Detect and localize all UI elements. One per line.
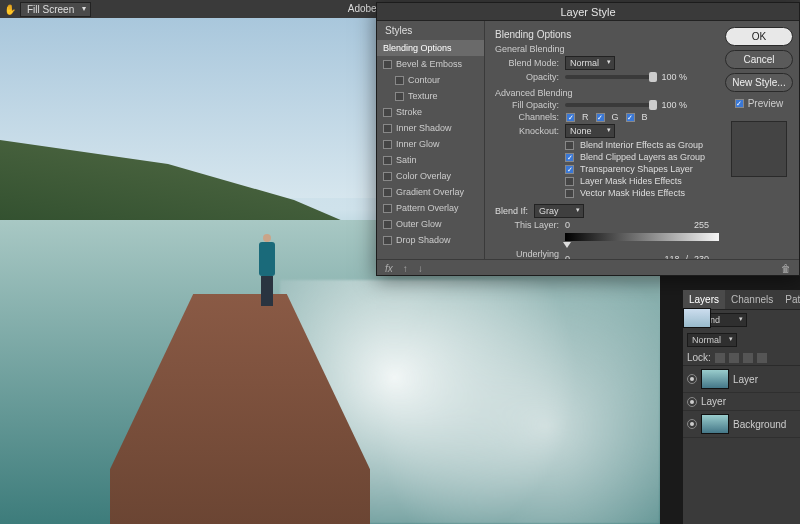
canvas-person	[256, 234, 278, 310]
channels-label: Channels:	[495, 112, 559, 122]
general-blending-header: General Blending	[495, 44, 709, 54]
style-contour[interactable]: Contour	[377, 72, 484, 88]
layer-thumbnail	[701, 369, 729, 389]
lock-all-icon[interactable]	[757, 353, 767, 363]
visibility-icon[interactable]	[687, 397, 697, 407]
style-checkbox[interactable]	[383, 124, 392, 133]
hand-icon: ✋	[4, 4, 16, 15]
this-layer-black: 0	[565, 220, 570, 230]
style-checkbox[interactable]	[395, 92, 404, 101]
blendif-label: Blend If:	[495, 206, 528, 216]
knockout-select[interactable]: None	[565, 124, 615, 138]
blend-mode-select[interactable]: Normal	[565, 56, 615, 70]
dialog-title[interactable]: Layer Style	[377, 3, 799, 21]
fill-opacity-slider[interactable]	[565, 103, 655, 107]
style-checkbox[interactable]	[395, 76, 404, 85]
style-checkbox[interactable]	[383, 108, 392, 117]
preview-label: Preview	[748, 98, 784, 109]
lock-transparency-icon[interactable]	[715, 353, 725, 363]
style-blending-options[interactable]: Blending Options	[377, 40, 484, 56]
arrow-up-icon[interactable]: ↑	[403, 263, 408, 274]
channel-g-checkbox[interactable]	[596, 113, 605, 122]
adv-checkbox[interactable]	[565, 153, 574, 162]
layers-panel: Layers Channels Paths Q Kind Normal Lock…	[682, 290, 800, 524]
style-checkbox[interactable]	[383, 140, 392, 149]
lock-position-icon[interactable]	[743, 353, 753, 363]
underlying-white-high: 230	[694, 254, 709, 259]
underlying-label: Underlying Layer:	[495, 249, 559, 259]
this-layer-white: 255	[694, 220, 709, 230]
ok-button[interactable]: OK	[725, 27, 793, 46]
layer-name[interactable]: Layer	[701, 396, 726, 407]
styles-list: Styles Blending OptionsBevel & EmbossCon…	[377, 21, 485, 259]
this-layer-track[interactable]	[565, 233, 719, 241]
blendif-channel-select[interactable]: Gray	[534, 204, 584, 218]
style-bevel-emboss[interactable]: Bevel & Emboss	[377, 56, 484, 72]
fill-opacity-value[interactable]: 100	[661, 100, 687, 110]
adv-checkbox[interactable]	[565, 165, 574, 174]
lock-pixels-icon[interactable]	[729, 353, 739, 363]
tab-paths[interactable]: Paths	[779, 290, 800, 309]
channel-b-checkbox[interactable]	[626, 113, 635, 122]
style-gradient-overlay[interactable]: Gradient Overlay	[377, 184, 484, 200]
layer-name[interactable]: Layer	[733, 374, 758, 385]
arrow-down-icon[interactable]: ↓	[418, 263, 423, 274]
style-pattern-overlay[interactable]: Pattern Overlay	[377, 200, 484, 216]
layer-mode-select[interactable]: Normal	[687, 333, 737, 347]
section-header: Blending Options	[495, 29, 709, 40]
cancel-button[interactable]: Cancel	[725, 50, 793, 69]
style-checkbox[interactable]	[383, 220, 392, 229]
opacity-label: Opacity:	[495, 72, 559, 82]
fx-icon[interactable]: fx	[385, 263, 393, 274]
layer-thumbnail	[683, 308, 711, 328]
style-checkbox[interactable]	[383, 60, 392, 69]
adv-checkbox[interactable]	[565, 141, 574, 150]
channel-r-checkbox[interactable]	[566, 113, 575, 122]
layer-thumbnail	[701, 414, 729, 434]
style-color-overlay[interactable]: Color Overlay	[377, 168, 484, 184]
preview-checkbox[interactable]	[735, 99, 744, 108]
style-drop-shadow[interactable]: Drop Shadow	[377, 232, 484, 248]
preview-swatch	[731, 121, 787, 177]
blend-mode-label: Blend Mode:	[495, 58, 559, 68]
layer-row[interactable]: Layer	[683, 366, 800, 393]
style-checkbox[interactable]	[383, 172, 392, 181]
this-layer-label: This Layer:	[495, 220, 559, 230]
style-checkbox[interactable]	[383, 236, 392, 245]
style-checkbox[interactable]	[383, 156, 392, 165]
lock-label: Lock:	[687, 352, 711, 363]
style-checkbox[interactable]	[383, 188, 392, 197]
knockout-label: Knockout:	[495, 126, 559, 136]
layer-row[interactable]: Layer	[683, 393, 800, 411]
visibility-icon[interactable]	[687, 374, 697, 384]
adv-checkbox[interactable]	[565, 177, 574, 186]
underlying-white-low: 118	[664, 254, 679, 259]
dialog-footer: fx ↑ ↓ 🗑	[377, 259, 799, 277]
layer-style-dialog: Layer Style Styles Blending OptionsBevel…	[376, 2, 800, 276]
underlying-black: 0	[565, 254, 570, 259]
style-texture[interactable]: Texture	[377, 88, 484, 104]
fill-opacity-label: Fill Opacity:	[495, 100, 559, 110]
style-stroke[interactable]: Stroke	[377, 104, 484, 120]
styles-header: Styles	[377, 21, 484, 40]
layer-row[interactable]: Background	[683, 411, 800, 438]
opacity-slider[interactable]	[565, 75, 655, 79]
zoom-mode-select[interactable]: Fill Screen	[20, 2, 91, 17]
dialog-buttons: OK Cancel New Style... Preview	[719, 21, 799, 259]
tab-channels[interactable]: Channels	[725, 290, 779, 309]
adv-checkbox[interactable]	[565, 189, 574, 198]
options-bar: ✋ Fill Screen	[0, 0, 91, 18]
trash-icon[interactable]: 🗑	[781, 263, 791, 274]
layer-name[interactable]: Background	[733, 419, 786, 430]
style-inner-shadow[interactable]: Inner Shadow	[377, 120, 484, 136]
style-outer-glow[interactable]: Outer Glow	[377, 216, 484, 232]
new-style-button[interactable]: New Style...	[725, 73, 793, 92]
blending-options-panel: Blending Options General Blending Blend …	[485, 21, 719, 259]
style-inner-glow[interactable]: Inner Glow	[377, 136, 484, 152]
opacity-value[interactable]: 100	[661, 72, 687, 82]
advanced-blending-header: Advanced Blending	[495, 88, 709, 98]
visibility-icon[interactable]	[687, 419, 697, 429]
style-checkbox[interactable]	[383, 204, 392, 213]
style-satin[interactable]: Satin	[377, 152, 484, 168]
tab-layers[interactable]: Layers	[683, 290, 725, 309]
